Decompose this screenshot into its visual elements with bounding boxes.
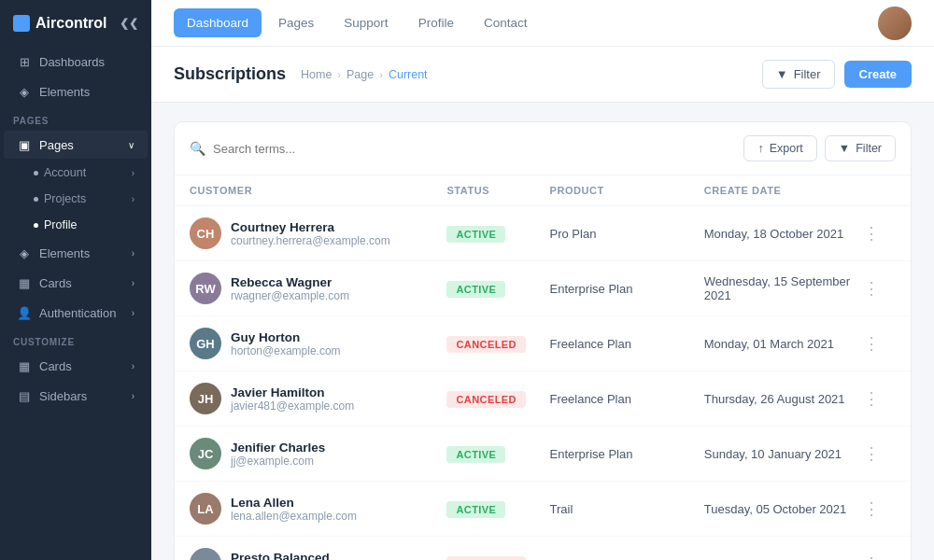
topnav-pages[interactable]: Pages <box>265 8 327 37</box>
customer-avatar: GH <box>190 328 221 359</box>
topnav-support[interactable]: Support <box>331 8 401 37</box>
sidebar-subitem-account[interactable]: Account › <box>4 161 148 185</box>
table-row: CH Courtney Herrera courtney.herrera@exa… <box>175 206 911 261</box>
customer-name: Javier Hamilton <box>231 385 354 399</box>
chevron-right-icon: › <box>132 168 134 178</box>
sidebar-item-pages[interactable]: ▣ Pages ∨ <box>4 131 148 159</box>
avatar-image <box>878 7 912 40</box>
customer-email: courtney.herrera@example.com <box>231 234 390 247</box>
sidebar-item-cards[interactable]: ▦ Cards › <box>4 269 148 297</box>
cards-icon: ▦ <box>17 275 32 290</box>
chevron-right-icon: › <box>132 308 134 318</box>
sidebar-item-label: Elements <box>39 85 90 99</box>
customer-name: Rebecca Wagner <box>231 275 349 289</box>
customer-avatar: CH <box>190 217 221 249</box>
date-cell: Thursday, 10 June 2021 <box>704 557 858 561</box>
chevron-right-icon: › <box>132 391 134 401</box>
chevron-right-icon: › <box>132 361 134 371</box>
date-cell: Wednesday, 15 September 2021 <box>704 274 858 302</box>
chevron-down-icon: ∨ <box>128 140 134 150</box>
customer-email: lena.allen@example.com <box>231 510 357 523</box>
create-button[interactable]: Create <box>844 61 912 88</box>
export-icon: ↑ <box>757 142 763 155</box>
product-cell: Enterprise Plan <box>550 447 704 461</box>
status-cell: ACTIVE <box>446 500 549 518</box>
table-filter-button[interactable]: ▼ Filter <box>825 135 896 161</box>
customer-info: Javier Hamilton javier481@example.com <box>231 385 354 413</box>
row-more-button[interactable]: ⋮ <box>858 330 884 357</box>
toolbar-actions: ↑ Export ▼ Filter <box>743 135 896 161</box>
status-cell: ACTIVE <box>446 445 549 463</box>
sidebar-item-elements[interactable]: ◈ Elements <box>4 77 148 105</box>
date-cell: Monday, 18 October 2021 <box>704 227 858 241</box>
product-cell: Trail <box>550 502 704 516</box>
sidebar-subitem-projects[interactable]: Projects › <box>4 187 148 211</box>
customer-cell: JH Javier Hamilton javier481@example.com <box>190 383 446 414</box>
row-more-button[interactable]: ⋮ <box>858 220 884 246</box>
customer-info: Courtney Herrera courtney.herrera@exampl… <box>231 220 390 247</box>
sidebar-subitem-profile[interactable]: Profile <box>4 213 148 237</box>
row-more-button[interactable]: ⋮ <box>858 441 884 467</box>
customer-cell: CH Courtney Herrera courtney.herrera@exa… <box>190 217 446 249</box>
top-navigation: Dashboard Pages Support Profile Contact <box>151 0 934 47</box>
status-cell: ACTIVE <box>446 280 549 298</box>
status-badge: CANCELED <box>446 556 526 561</box>
subitem-label: Profile <box>44 218 134 231</box>
topnav-dashboard[interactable]: Dashboard <box>174 8 262 37</box>
sidebar-item-sidebars[interactable]: ▤ Sidebars › <box>4 382 148 410</box>
customer-email: rwagner@example.com <box>231 289 349 302</box>
dot-icon <box>34 171 38 175</box>
search-input[interactable] <box>213 142 400 156</box>
filter2-icon: ▼ <box>839 142 850 155</box>
product-cell: Freelance Plan <box>550 557 704 561</box>
collapse-icon[interactable]: ❮❮ <box>120 17 138 30</box>
row-more-button[interactable]: ⋮ <box>858 496 884 522</box>
status-badge: CANCELED <box>446 391 526 408</box>
customer-cell: PB Presto Balanced Updated 79 days ago <box>190 548 446 560</box>
customer-avatar: JH <box>190 383 221 414</box>
table-row: PB Presto Balanced Updated 79 days ago C… <box>175 537 911 560</box>
user-avatar[interactable] <box>878 7 912 40</box>
dashboards-icon: ⊞ <box>17 54 32 69</box>
table-row: JH Javier Hamilton javier481@example.com… <box>175 371 911 427</box>
customer-avatar: RW <box>190 273 221 304</box>
status-badge: ACTIVE <box>446 446 505 463</box>
status-badge: ACTIVE <box>446 226 505 243</box>
customer-email: jj@example.com <box>231 455 325 468</box>
topnav-profile[interactable]: Profile <box>405 8 467 37</box>
breadcrumb-home[interactable]: Home <box>301 68 332 81</box>
table-row: RW Rebecca Wagner rwagner@example.com AC… <box>175 261 911 316</box>
sidebar-item-dashboards[interactable]: ⊞ Dashboards <box>4 48 148 76</box>
row-more-button[interactable]: ⋮ <box>858 275 884 301</box>
pages-icon: ▣ <box>17 137 32 152</box>
sidebar-item-cards2[interactable]: ▦ Cards › <box>4 352 148 380</box>
row-more-button[interactable]: ⋮ <box>858 385 884 412</box>
chevron-right-icon: › <box>132 248 134 259</box>
page-title: Subscriptions <box>174 64 286 84</box>
sidebar-item-label: Cards <box>39 276 72 290</box>
breadcrumb: Home › Page › Current <box>301 68 428 81</box>
row-more-button[interactable]: ⋮ <box>858 551 884 560</box>
main-content: Dashboard Pages Support Profile Contact … <box>151 0 934 560</box>
breadcrumb-page[interactable]: Page <box>347 68 374 81</box>
header-filter-button[interactable]: ▼ Filter <box>762 60 835 89</box>
export-button[interactable]: ↑ Export <box>743 135 816 161</box>
sidebar-logo: Aircontrol ❮❮ <box>0 0 151 47</box>
customer-info: Rebecca Wagner rwagner@example.com <box>231 275 349 302</box>
customer-info: Jenifier Charles jj@example.com <box>231 441 325 468</box>
sidebars-icon: ▤ <box>17 388 32 403</box>
table-row: JC Jenifier Charles jj@example.com ACTIV… <box>175 427 911 482</box>
status-badge: ACTIVE <box>446 281 505 298</box>
topnav-contact[interactable]: Contact <box>471 8 541 37</box>
sidebar-item-authentication[interactable]: 👤 Authentication › <box>4 299 148 327</box>
status-badge: ACTIVE <box>446 501 505 518</box>
col-actions <box>858 185 896 196</box>
sidebar-item-elements2[interactable]: ◈ Elements › <box>4 239 148 267</box>
customer-info: Presto Balanced Updated 79 days ago <box>231 551 337 561</box>
status-cell: CANCELED <box>446 555 549 561</box>
breadcrumb-sep1: › <box>337 69 341 80</box>
col-status: Status <box>446 185 549 196</box>
sidebar-item-label: Dashboards <box>39 55 105 69</box>
table-body: CH Courtney Herrera courtney.herrera@exa… <box>175 206 911 560</box>
col-product: Product <box>550 185 704 196</box>
